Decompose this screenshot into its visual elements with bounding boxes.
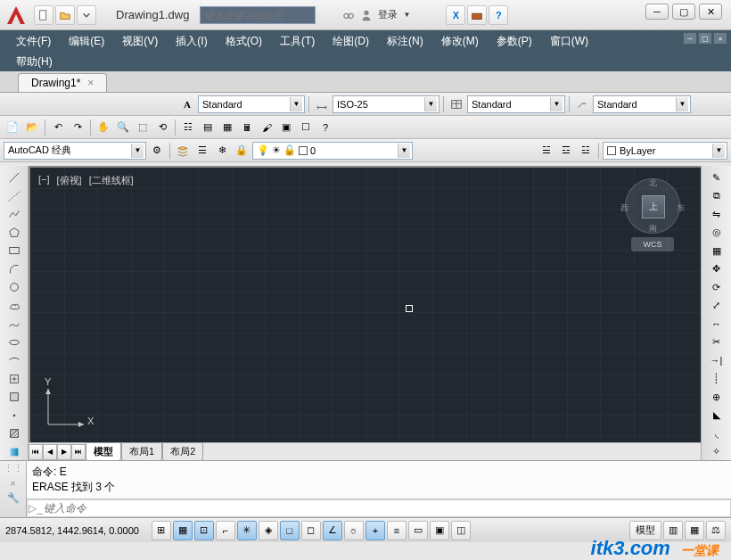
polygon-icon[interactable] <box>4 225 24 242</box>
sheet-icon[interactable]: ▤ <box>199 119 217 136</box>
menu-modify[interactable]: 修改(M) <box>432 34 488 49</box>
layer-iso-icon[interactable]: ☳ <box>577 142 595 160</box>
sb-ortho-icon[interactable]: ⌐ <box>216 521 235 540</box>
sb-osnap-icon[interactable]: □ <box>280 521 300 540</box>
scale-icon[interactable]: ⤢ <box>707 298 727 315</box>
help-button[interactable]: ? <box>489 5 508 25</box>
qat-more-button[interactable] <box>77 5 96 25</box>
gradient-icon[interactable] <box>4 444 24 461</box>
open-icon[interactable]: 📂 <box>23 119 41 136</box>
sb-dyn-icon[interactable]: + <box>366 521 385 540</box>
tablestyle-icon[interactable] <box>448 95 465 113</box>
layer-freeze-icon[interactable]: ❄ <box>213 142 231 160</box>
login-area[interactable]: 登录 ▼ <box>342 8 410 21</box>
tab-next-icon[interactable]: ▶ <box>57 444 71 460</box>
dimstyle-combo[interactable]: ISO-25▼ <box>333 95 439 113</box>
tab-last-icon[interactable]: ⏭ <box>71 444 86 460</box>
workspace-combo[interactable]: AutoCAD 经典▼ <box>4 142 146 160</box>
polyline-icon[interactable] <box>4 206 24 223</box>
ellipse-arc-icon[interactable] <box>4 352 24 369</box>
stretch-icon[interactable]: ↔ <box>707 316 727 333</box>
mirror-icon[interactable]: ⇋ <box>707 206 727 223</box>
model-tab[interactable]: 模型 <box>86 442 121 461</box>
point-icon[interactable] <box>4 408 24 424</box>
tool-palette-icon[interactable]: ▦ <box>218 119 236 136</box>
layer-combo[interactable]: 💡 ☀ 🔓 0 ▼ <box>252 142 413 160</box>
help-icon[interactable]: ? <box>316 119 334 136</box>
menu-file[interactable]: 文件(F) <box>7 34 60 49</box>
textstyle-icon[interactable]: A <box>178 95 196 113</box>
viewcube-face[interactable]: 上 <box>642 195 665 218</box>
search-input[interactable] <box>200 6 316 24</box>
layer-lock-icon[interactable]: 🔒 <box>233 142 251 160</box>
menu-help[interactable]: 帮助(H) <box>7 54 62 70</box>
menu-draw[interactable]: 绘图(D) <box>324 34 378 49</box>
sb-iso-icon[interactable]: ◈ <box>259 521 278 540</box>
cmd-close-icon[interactable]: × <box>10 478 15 489</box>
cmd-drag-icon[interactable]: ⋮⋮ <box>4 463 23 474</box>
join-icon[interactable]: ⊕ <box>707 389 727 406</box>
workspace-gear-icon[interactable]: ⚙ <box>148 142 166 160</box>
layer-prop-icon[interactable] <box>174 142 192 160</box>
document-tab[interactable]: Drawing1* × <box>18 73 107 92</box>
markup-icon[interactable]: ☐ <box>297 119 315 136</box>
close-button[interactable]: ✕ <box>699 4 722 20</box>
exchange-icon[interactable]: X <box>446 5 465 25</box>
sb-lwt-icon[interactable]: ≡ <box>387 521 407 540</box>
bylayer-combo[interactable]: ByLayer ▼ <box>603 142 727 160</box>
fillet-icon[interactable]: ◟ <box>707 425 727 442</box>
minimize-button[interactable]: ─ <box>645 4 669 20</box>
new-icon[interactable]: 📄 <box>4 119 21 136</box>
layer-states-icon[interactable]: ☰ <box>193 142 211 160</box>
arc-icon[interactable] <box>4 261 24 278</box>
trim-icon[interactable]: ✂ <box>707 334 727 351</box>
tab-first-icon[interactable]: ⏮ <box>29 444 43 460</box>
mleaderstyle-icon[interactable] <box>573 95 591 113</box>
calc-icon[interactable]: 🖩 <box>238 119 256 136</box>
insert-block-icon[interactable] <box>4 371 24 388</box>
maximize-button[interactable]: ▢ <box>672 4 695 20</box>
menu-dim[interactable]: 标注(N) <box>378 34 432 49</box>
construct-line-icon[interactable] <box>4 188 24 205</box>
menu-edit[interactable]: 编辑(E) <box>60 34 113 49</box>
layer-walk-icon[interactable]: ☲ <box>557 142 575 160</box>
erase-icon[interactable]: ✎ <box>707 169 727 186</box>
sb-ducs-icon[interactable]: ⎏ <box>344 521 364 540</box>
pan-icon[interactable]: ✋ <box>94 119 112 136</box>
revcloud-icon[interactable] <box>4 298 24 315</box>
open-file-button[interactable] <box>55 5 75 25</box>
layer-manage-icon[interactable]: ☱ <box>538 142 555 160</box>
command-input[interactable] <box>44 502 730 515</box>
sb-3dosnap-icon[interactable]: ◻ <box>301 521 321 540</box>
paint-icon[interactable]: 🖌 <box>258 119 275 136</box>
sb-qp-icon[interactable]: ▣ <box>430 521 449 540</box>
coordinates[interactable]: 2874.5812, 1442.9614, 0.0000 <box>5 525 139 536</box>
mleaderstyle-combo[interactable]: Standard▼ <box>593 95 691 113</box>
make-block-icon[interactable] <box>4 389 24 406</box>
mdi-restore[interactable]: ▢ <box>698 32 712 45</box>
dimstyle-icon[interactable] <box>313 95 331 113</box>
break-icon[interactable]: ┊ <box>707 371 727 388</box>
new-file-button[interactable] <box>34 5 53 25</box>
extend-icon[interactable]: →| <box>707 352 727 369</box>
drawing-canvas[interactable]: for(let i=1;i<20;i++)document.write('<di… <box>29 166 701 442</box>
menu-view[interactable]: 视图(V) <box>113 34 167 49</box>
chamfer-icon[interactable]: ◣ <box>707 408 727 424</box>
hatch-icon[interactable] <box>4 425 24 442</box>
sb-snap-icon[interactable]: ▦ <box>173 521 193 540</box>
sb-tpy-icon[interactable]: ▭ <box>408 521 428 540</box>
mdi-minimize[interactable]: ─ <box>683 32 697 45</box>
menu-format[interactable]: 格式(O) <box>217 34 271 49</box>
menu-window[interactable]: 窗口(W) <box>541 34 597 49</box>
zoom-window-icon[interactable]: ⬚ <box>134 119 152 136</box>
explode-icon[interactable]: ✧ <box>707 444 727 461</box>
wcs-badge[interactable]: WCS <box>631 237 674 251</box>
copy-icon[interactable]: ⧉ <box>707 188 727 205</box>
rectangle-icon[interactable] <box>4 243 24 259</box>
line-icon[interactable] <box>4 169 24 186</box>
offset-icon[interactable]: ◎ <box>707 225 727 242</box>
undo-icon[interactable]: ↶ <box>49 119 67 136</box>
viewport-label[interactable]: [−] [俯视] [二维线框] <box>36 173 136 188</box>
viewcube[interactable]: 北 东 南 西 上 WCS <box>620 178 685 250</box>
cmd-settings-icon[interactable]: 🔧 <box>7 492 20 504</box>
